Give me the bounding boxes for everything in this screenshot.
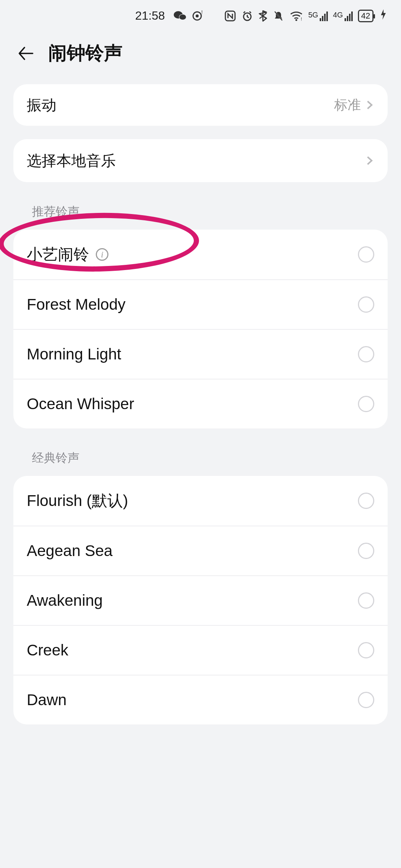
radio-unchecked[interactable] <box>358 642 374 658</box>
radio-unchecked[interactable] <box>358 346 374 362</box>
signal-4g-icon: 4G <box>333 11 353 21</box>
list-item[interactable]: 小艺闹铃 i <box>13 230 388 279</box>
radio-unchecked[interactable] <box>358 543 374 559</box>
list-item[interactable]: Creek <box>13 625 388 675</box>
svg-point-8 <box>296 19 297 21</box>
ringtone-label: Awakening <box>27 592 358 609</box>
ringtone-label: Forest Melody <box>27 296 358 313</box>
location-icon: ! <box>192 10 203 22</box>
list-item[interactable]: Morning Light <box>13 329 388 379</box>
list-item[interactable]: Flourish (默认) <box>13 476 388 526</box>
svg-text:!: ! <box>301 17 302 21</box>
header: 闹钟铃声 <box>0 32 401 84</box>
wifi-icon: ! <box>290 11 303 21</box>
list-item[interactable]: Forest Melody <box>13 279 388 329</box>
local-music-label: 选择本地音乐 <box>27 151 365 171</box>
vibration-label: 振动 <box>27 95 334 115</box>
alarm-icon <box>241 10 253 22</box>
list-item[interactable]: Dawn <box>13 675 388 724</box>
signal-5g-icon: 5G <box>308 11 328 21</box>
local-music-card: 选择本地音乐 <box>13 139 388 182</box>
radio-unchecked[interactable] <box>358 692 374 708</box>
nfc-icon <box>224 10 236 22</box>
recommended-list: 小艺闹铃 i Forest Melody Morning Light Ocean… <box>13 230 388 428</box>
battery-icon: 42 <box>358 10 374 22</box>
list-item[interactable]: Aegean Sea <box>13 526 388 575</box>
svg-point-4 <box>196 14 199 17</box>
radio-unchecked[interactable] <box>358 296 374 313</box>
mute-icon <box>273 10 284 22</box>
vibration-card: 振动 标准 <box>13 84 388 126</box>
list-item[interactable]: Ocean Whisper <box>13 379 388 428</box>
page-title: 闹钟铃声 <box>48 41 123 66</box>
section-title-classic: 经典铃声 <box>13 428 388 476</box>
ringtone-label: Morning Light <box>27 345 358 363</box>
radio-unchecked[interactable] <box>358 592 374 609</box>
charging-icon <box>380 9 386 23</box>
status-bar: 21:58 ! ! 5G 4G 42 <box>0 0 401 32</box>
chevron-right-icon <box>365 156 374 165</box>
ringtone-label: Flourish (默认) <box>27 490 358 511</box>
status-time: 21:58 <box>135 9 165 23</box>
classic-list: Flourish (默认) Aegean Sea Awakening Creek… <box>13 476 388 724</box>
ringtone-label: Ocean Whisper <box>27 395 358 413</box>
radio-unchecked[interactable] <box>358 396 374 412</box>
radio-unchecked[interactable] <box>358 246 374 263</box>
vibration-value: 标准 <box>334 96 361 114</box>
wechat-icon <box>174 10 186 22</box>
battery-level: 42 <box>361 11 370 21</box>
ringtone-label: Aegean Sea <box>27 542 358 560</box>
ringtone-label: Dawn <box>27 691 358 709</box>
back-button[interactable] <box>15 42 37 65</box>
section-title-recommended: 推荐铃声 <box>13 182 388 230</box>
list-item[interactable]: Awakening <box>13 575 388 625</box>
arrow-left-icon <box>16 44 36 63</box>
local-music-row[interactable]: 选择本地音乐 <box>13 139 388 182</box>
radio-unchecked[interactable] <box>358 493 374 509</box>
ringtone-label: Creek <box>27 641 358 659</box>
svg-point-2 <box>179 14 186 20</box>
vibration-row[interactable]: 振动 标准 <box>13 84 388 126</box>
chevron-right-icon <box>365 100 374 110</box>
info-icon[interactable]: i <box>96 248 108 261</box>
ringtone-label: 小艺闹铃 i <box>27 244 358 265</box>
svg-text:!: ! <box>201 10 203 15</box>
bluetooth-icon <box>258 10 267 22</box>
content: 振动 标准 选择本地音乐 推荐铃声 小艺闹铃 i Forest Melody <box>0 84 401 724</box>
